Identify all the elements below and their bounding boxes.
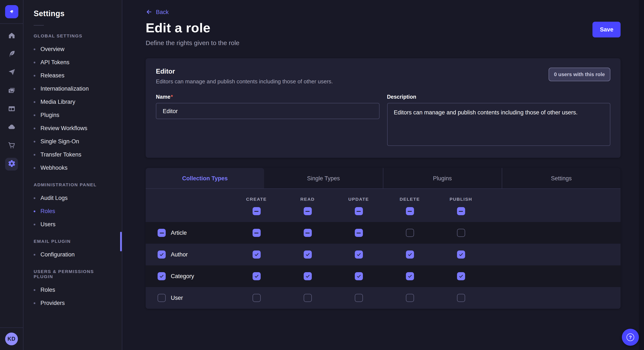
sidebar-item-label: Users <box>40 221 56 227</box>
select-all-update-checkbox[interactable] <box>354 207 363 215</box>
category-create-checkbox[interactable] <box>252 272 260 280</box>
bullet-icon <box>34 141 35 142</box>
select-all-read-checkbox[interactable] <box>304 207 312 215</box>
description-textarea[interactable]: Editors can manage and publish contents … <box>387 103 610 146</box>
indeterminate-dash-icon <box>306 232 310 233</box>
category-publish-checkbox[interactable] <box>457 272 465 280</box>
row-checkbox-article[interactable] <box>158 229 166 237</box>
sidebar-item-api-tokens[interactable]: API Tokens <box>24 56 122 69</box>
page-title: Edit a role <box>146 20 239 36</box>
layout-icon <box>8 104 16 114</box>
tab-plugins[interactable]: Plugins <box>383 168 502 188</box>
sidebar-item-single-sign-on[interactable]: Single Sign-On <box>24 135 122 148</box>
sidebar-scrollbar-thumb[interactable] <box>120 232 122 251</box>
bullet-icon <box>34 75 35 76</box>
column-label: CREATE <box>246 196 267 201</box>
user-update-checkbox[interactable] <box>354 294 363 302</box>
rail-button-paper-plane-icon[interactable] <box>5 66 18 79</box>
article-update-checkbox[interactable] <box>354 229 363 237</box>
user-publish-checkbox[interactable] <box>457 294 465 302</box>
author-create-checkbox[interactable] <box>252 250 260 259</box>
rail-divider <box>0 23 23 24</box>
sidebar-item-label: Webhooks <box>40 165 68 171</box>
select-all-delete-checkbox[interactable] <box>406 207 414 215</box>
sidebar-item-roles[interactable]: Roles <box>24 204 122 218</box>
row-label: Article <box>171 230 187 236</box>
name-input[interactable] <box>156 103 379 119</box>
row-label: Author <box>171 251 188 258</box>
user-delete-checkbox[interactable] <box>406 294 414 302</box>
cell-author-create <box>231 250 282 259</box>
category-read-checkbox[interactable] <box>304 272 312 280</box>
sidebar-item-configuration[interactable]: Configuration <box>24 248 122 261</box>
row-checkbox-category[interactable] <box>158 272 166 280</box>
sidebar-section-label: USERS & PERMISSIONS PLUGIN <box>24 269 122 279</box>
author-publish-checkbox[interactable] <box>457 250 465 259</box>
permissions-tabs: Collection TypesSingle TypesPluginsSetti… <box>146 168 620 189</box>
sidebar-item-label: Internationalization <box>40 85 89 92</box>
help-button[interactable]: ? <box>622 329 639 346</box>
role-name-heading: Editor <box>156 68 333 75</box>
author-delete-checkbox[interactable] <box>406 250 414 259</box>
rail-button-cloud-icon[interactable] <box>5 121 18 134</box>
author-update-checkbox[interactable] <box>354 250 363 259</box>
indeterminate-dash-icon <box>459 211 463 212</box>
category-update-checkbox[interactable] <box>354 272 363 280</box>
permission-row-article: Article <box>146 222 620 244</box>
row-checkbox-author[interactable] <box>158 250 166 259</box>
cell-user-create <box>231 294 282 302</box>
rail-button-home-icon[interactable] <box>5 30 18 42</box>
avatar[interactable]: KD <box>5 333 18 345</box>
article-create-checkbox[interactable] <box>252 229 260 237</box>
sidebar-item-media-library[interactable]: Media Library <box>24 95 122 108</box>
sidebar-item-internationalization[interactable]: Internationalization <box>24 82 122 95</box>
tab-settings[interactable]: Settings <box>502 168 621 188</box>
sidebar-item-audit-logs[interactable]: Audit Logs <box>24 191 122 204</box>
bullet-icon <box>34 127 35 129</box>
strapi-logo[interactable] <box>5 5 18 18</box>
cloud-icon <box>8 123 16 133</box>
sidebar-item-transfer-tokens[interactable]: Transfer Tokens <box>24 148 122 161</box>
sidebar-item-roles[interactable]: Roles <box>24 283 122 296</box>
feather-icon <box>8 49 16 59</box>
role-description-text: Editors can manage and publish contents … <box>156 78 333 85</box>
rail-divider-bottom <box>0 328 23 328</box>
article-delete-checkbox[interactable] <box>406 229 414 237</box>
sidebar-item-users[interactable]: Users <box>24 218 122 231</box>
sidebar-title-divider <box>34 25 44 25</box>
tab-collection-types[interactable]: Collection Types <box>146 168 264 188</box>
row-checkbox-user[interactable] <box>158 294 166 302</box>
article-read-checkbox[interactable] <box>304 229 312 237</box>
sidebar-item-overview[interactable]: Overview <box>24 42 122 56</box>
rail-button-feather-icon[interactable] <box>5 48 18 61</box>
cell-category-delete <box>384 272 435 280</box>
tab-single-types[interactable]: Single Types <box>264 168 383 188</box>
sidebar-item-review-workflows[interactable]: Review Workflows <box>24 122 122 135</box>
author-read-checkbox[interactable] <box>304 250 312 259</box>
column-label: UPDATE <box>348 196 369 201</box>
sidebar-item-plugins[interactable]: Plugins <box>24 108 122 122</box>
category-delete-checkbox[interactable] <box>406 272 414 280</box>
indeterminate-dash-icon <box>254 211 258 212</box>
select-all-create-checkbox[interactable] <box>252 207 260 215</box>
cell-author-publish <box>435 250 486 259</box>
rail-button-cart-icon[interactable] <box>5 140 18 152</box>
cell-category-read <box>282 272 333 280</box>
user-read-checkbox[interactable] <box>304 294 312 302</box>
sidebar-item-webhooks[interactable]: Webhooks <box>24 161 122 174</box>
rail-button-media-library-icon[interactable] <box>5 85 18 97</box>
media-library-icon <box>8 86 16 96</box>
select-all-publish-checkbox[interactable] <box>457 207 465 215</box>
article-publish-checkbox[interactable] <box>457 229 465 237</box>
cart-icon <box>8 141 16 151</box>
cell-author-delete <box>384 250 435 259</box>
column-label: PUBLISH <box>450 196 472 201</box>
back-link[interactable]: Back <box>146 8 169 15</box>
save-button[interactable]: Save <box>593 22 620 37</box>
role-details-card: Editor Editors can manage and publish co… <box>146 58 620 158</box>
rail-button-layout-icon[interactable] <box>5 103 18 116</box>
user-create-checkbox[interactable] <box>252 294 260 302</box>
rail-button-gear-icon[interactable] <box>5 158 18 171</box>
sidebar-item-providers[interactable]: Providers <box>24 296 122 310</box>
sidebar-item-releases[interactable]: Releases <box>24 69 122 82</box>
